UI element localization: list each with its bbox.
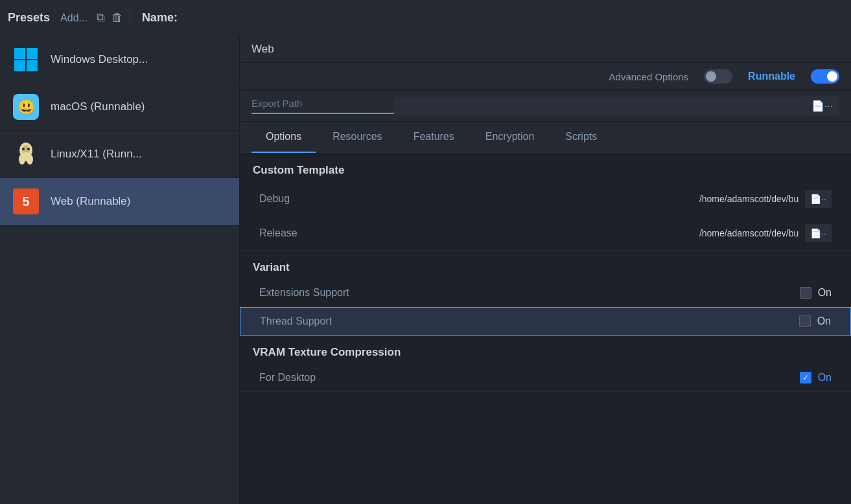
tabs-row: Options Resources Features Encryption Sc… — [240, 122, 851, 154]
svg-rect-0 — [14, 48, 25, 59]
linux-icon — [12, 140, 40, 168]
for-desktop-label: For Desktop — [259, 372, 800, 384]
export-path-label: Export Path — [251, 98, 394, 114]
debug-browse-button[interactable]: 📄·· — [805, 190, 832, 208]
release-browse-button[interactable]: 📄·· — [805, 224, 832, 242]
thread-support-row[interactable]: Thread Support On — [240, 307, 851, 336]
runnable-toggle[interactable] — [811, 69, 839, 84]
release-label: Release — [259, 227, 337, 239]
release-value: /home/adamscott/dev/bu — [337, 228, 805, 238]
thread-support-label: Thread Support — [260, 315, 799, 327]
tab-encryption[interactable]: Encryption — [471, 122, 549, 153]
sidebar-item-web-label: Web (Runnable) — [51, 195, 130, 208]
extensions-support-text: On — [818, 287, 832, 299]
add-button[interactable]: Add... — [60, 12, 87, 24]
main-layout: Windows Desktop... 😃 macOS (Runnable) — [0, 36, 851, 504]
tab-scripts[interactable]: Scripts — [551, 122, 611, 153]
svg-point-12 — [20, 152, 32, 161]
svg-text:😃: 😃 — [17, 98, 36, 116]
tab-options[interactable]: Options — [251, 122, 316, 153]
export-path-browse-button[interactable]: 📄··· — [805, 96, 839, 116]
tab-resources[interactable]: Resources — [318, 122, 396, 153]
sidebar-item-linux[interactable]: Linux/X11 (Runn... — [0, 131, 239, 178]
name-value: Web — [251, 43, 274, 56]
sidebar-item-macos-label: macOS (Runnable) — [51, 100, 145, 113]
macos-icon: 😃 — [12, 93, 40, 121]
runnable-label: Runnable — [748, 71, 795, 82]
windows-icon — [12, 45, 40, 74]
sidebar: Windows Desktop... 😃 macOS (Runnable) — [0, 36, 240, 504]
content-area: Web Advanced Options Runnable Export Pat… — [240, 36, 851, 504]
for-desktop-text: On — [818, 372, 832, 384]
thread-support-value: On — [799, 315, 831, 327]
extensions-support-label: Extensions Support — [259, 287, 800, 299]
release-row: Release /home/adamscott/dev/bu 📄·· — [240, 216, 851, 251]
advanced-options-toggle[interactable] — [704, 69, 732, 84]
sidebar-item-windows-label: Windows Desktop... — [51, 53, 148, 66]
custom-template-header: Custom Template — [240, 154, 851, 182]
svg-point-8 — [22, 148, 25, 150]
for-desktop-checkbox[interactable]: ✓ — [800, 372, 811, 384]
for-desktop-row: For Desktop ✓ On — [240, 364, 851, 392]
delete-icon[interactable]: 🗑 — [111, 11, 123, 25]
tab-features[interactable]: Features — [399, 122, 469, 153]
options-row: Advanced Options Runnable — [240, 63, 851, 91]
svg-rect-2 — [14, 60, 25, 71]
sidebar-item-windows[interactable]: Windows Desktop... — [0, 36, 239, 84]
sidebar-item-web[interactable]: 5 Web (Runnable) — [0, 178, 239, 225]
name-label: Name: — [142, 11, 178, 25]
copy-icon[interactable]: ⧉ — [97, 11, 105, 25]
advanced-options-label: Advanced Options — [609, 71, 689, 82]
separator — [130, 9, 130, 27]
svg-rect-3 — [27, 60, 38, 71]
extensions-support-checkbox[interactable] — [800, 287, 811, 299]
variant-header: Variant — [240, 251, 851, 279]
sidebar-item-macos[interactable]: 😃 macOS (Runnable) — [0, 84, 239, 131]
debug-label: Debug — [259, 193, 337, 205]
svg-rect-1 — [27, 48, 38, 59]
sidebar-item-linux-label: Linux/X11 (Runn... — [51, 148, 142, 161]
thread-support-checkbox[interactable] — [799, 315, 811, 327]
debug-row: Debug /home/adamscott/dev/bu 📄·· — [240, 182, 851, 216]
extensions-support-value: On — [800, 287, 832, 299]
presets-label: Presets — [8, 11, 50, 25]
export-path-row: Export Path 📄··· — [240, 91, 851, 122]
vram-header: VRAM Texture Compression — [240, 336, 851, 364]
options-panel: Custom Template Debug /home/adamscott/de… — [240, 154, 851, 504]
debug-value: /home/adamscott/dev/bu — [337, 194, 805, 204]
name-row: Web — [240, 36, 851, 63]
top-bar: Presets Add... ⧉ 🗑 Name: — [0, 0, 851, 36]
for-desktop-value: ✓ On — [800, 372, 832, 384]
export-path-input[interactable] — [394, 97, 805, 115]
svg-point-9 — [27, 148, 30, 150]
extensions-support-row: Extensions Support On — [240, 279, 851, 307]
thread-support-text: On — [817, 315, 831, 327]
web-icon: 5 — [12, 187, 40, 216]
